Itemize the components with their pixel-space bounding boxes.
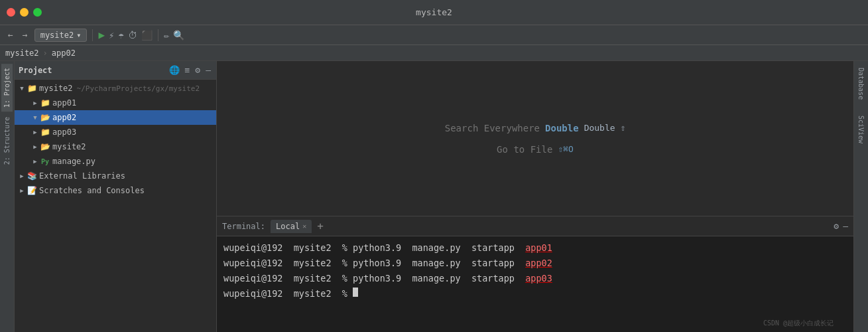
tree-label-scratches: Scratches and Consoles <box>39 186 145 195</box>
term-highlight-2: app02 <box>525 256 552 271</box>
arrow-ext-libs: ▶ <box>17 171 27 181</box>
terminal-tab-close[interactable]: ✕ <box>302 222 306 230</box>
tree-item-app01[interactable]: ▶ 📁 app01 <box>15 96 216 110</box>
tree-path-mysite2: ~/PycharmProjects/gx/mysite2 <box>77 84 200 93</box>
tree-item-app03[interactable]: ▶ 📁 app03 <box>15 125 216 139</box>
tree-item-mysite2-root[interactable]: ▼ 📁 mysite2 ~/PycharmProjects/gx/mysite2 <box>15 81 216 96</box>
sidebar-item-database[interactable]: Database <box>855 64 867 104</box>
terminal-tab-name: Local <box>276 222 300 231</box>
tree-label-app03: app03 <box>52 127 76 137</box>
collapse-icon[interactable]: — <box>204 64 212 76</box>
arrow-app01: ▶ <box>31 98 40 108</box>
terminal-line-3: wupeiqi@192 mysite2 % python3.9 manage.p… <box>223 271 847 286</box>
stop-icon[interactable]: ⬛ <box>141 30 153 41</box>
tree-label-app01: app01 <box>52 98 76 108</box>
terminal-tab-local[interactable]: Local ✕ <box>271 220 312 233</box>
terminal-actions: ⚙ — <box>834 221 848 231</box>
edit-config-icon[interactable]: ✏ <box>164 30 169 41</box>
debug-icon[interactable]: ⚡ <box>109 30 114 41</box>
folder-icon-mysite2-sub: 📂 <box>40 141 50 152</box>
arrow-mysite2-sub: ▶ <box>31 142 40 151</box>
project-name: mysite2 <box>40 31 74 40</box>
separator <box>92 29 93 41</box>
breadcrumb-project[interactable]: mysite2 <box>5 48 39 58</box>
tree-item-app02[interactable]: ▼ 📂 app02 <box>15 110 216 125</box>
ext-lib-icon: 📚 <box>27 171 37 181</box>
hint-search-everywhere: Search Everywhere Double Double ⇧ <box>445 123 626 133</box>
term-cmd-1: python3.9 manage.py startapp <box>353 240 525 256</box>
maximize-button[interactable] <box>33 8 42 17</box>
term-cmd-3: python3.9 manage.py startapp <box>353 271 525 286</box>
tree-label-manage: manage.py <box>52 157 95 166</box>
tree-item-manage-py[interactable]: ▶ Py manage.py <box>15 154 216 169</box>
term-highlight-3: app03 <box>525 271 552 286</box>
terminal-minimize-icon[interactable]: — <box>843 221 848 231</box>
hint-search-action: Double <box>545 123 579 133</box>
term-prompt-2: wupeiqi@192 mysite2 % <box>223 256 353 271</box>
main-area: 1: Project 2: Structure Project 🌐 ≡ ⚙ — … <box>0 61 868 332</box>
toolbar: ← → mysite2 ▾ ▶ ⚡ ☂ ⏱ ⬛ ✏ 🔍 <box>0 25 868 45</box>
layout-icon[interactable]: ≡ <box>184 64 192 76</box>
project-dropdown[interactable]: mysite2 ▾ <box>34 29 88 42</box>
arrow-app03: ▶ <box>31 127 40 137</box>
scratch-icon: 📝 <box>27 185 37 196</box>
sidebar-item-structure[interactable]: 2: Structure <box>1 113 13 169</box>
breadcrumb-sep1: › <box>43 48 48 58</box>
term-prompt-4: wupeiqi@192 mysite2 % <box>223 286 353 301</box>
sidebar-item-sciview[interactable]: SciView <box>855 112 867 147</box>
forward-button[interactable]: → <box>20 29 31 41</box>
tree-label-app02: app02 <box>52 113 76 122</box>
term-highlight-1: app01 <box>525 240 552 256</box>
tree-label-ext-libs: External Libraries <box>39 171 125 181</box>
right-panel: Search Everywhere Double Double ⇧ Go to … <box>217 61 853 332</box>
sidebar-item-project[interactable]: 1: Project <box>1 64 13 112</box>
arrow-app02: ▼ <box>31 113 40 122</box>
hint-goto-key: ⇧⌘O <box>558 144 573 154</box>
profile-icon[interactable]: ⏱ <box>128 30 137 41</box>
term-cmd-2: python3.9 manage.py startapp <box>353 256 525 271</box>
folder-icon-app03: 📁 <box>40 127 50 137</box>
run-button[interactable]: ▶ <box>98 29 105 41</box>
terminal-content: wupeiqi@192 mysite2 % python3.9 manage.p… <box>217 236 853 332</box>
search-everywhere-icon[interactable]: 🔍 <box>173 30 184 41</box>
tree-item-ext-libs[interactable]: ▶ 📚 External Libraries <box>15 169 216 183</box>
tree-item-mysite2-sub[interactable]: ▶ 📂 mysite2 <box>15 139 216 154</box>
separator2 <box>158 29 158 41</box>
right-sidebar-tabs: Database SciView <box>853 61 868 332</box>
back-button[interactable]: ← <box>5 29 16 41</box>
hint-search-label: Search Everywhere <box>445 123 540 133</box>
tree-label-mysite2-sub: mysite2 <box>52 142 86 151</box>
window-controls <box>7 8 42 17</box>
term-prompt-1: wupeiqi@192 mysite2 % <box>223 240 353 256</box>
terminal-area: Terminal: Local ✕ + ⚙ — wupeiqi@192 mysi… <box>217 216 853 332</box>
folder-icon-app01: 📁 <box>40 98 50 108</box>
project-panel-title: Project <box>19 66 165 75</box>
py-file-icon: Py <box>40 156 50 167</box>
close-button[interactable] <box>7 8 15 17</box>
project-header: Project 🌐 ≡ ⚙ — <box>15 61 216 80</box>
globe-icon[interactable]: 🌐 <box>168 64 181 76</box>
terminal-cursor <box>353 288 358 297</box>
term-prompt-3: wupeiqi@192 mysite2 % <box>223 271 353 286</box>
title-bar: mysite2 <box>0 0 868 25</box>
project-panel: Project 🌐 ≡ ⚙ — ▼ 📁 mysite2 ~/PycharmPro… <box>15 61 217 332</box>
settings-icon[interactable]: ⚙ <box>194 64 202 76</box>
tree-item-scratches[interactable]: ▶ 📝 Scratches and Consoles <box>15 183 216 198</box>
tree-label-mysite2: mysite2 <box>39 84 73 93</box>
terminal-line-1: wupeiqi@192 mysite2 % python3.9 manage.p… <box>223 240 847 256</box>
terminal-add-button[interactable]: + <box>317 220 324 232</box>
window-title: mysite2 <box>416 7 452 17</box>
arrow-manage: ▶ <box>31 157 40 166</box>
terminal-tabs: Terminal: Local ✕ + ⚙ — <box>217 216 853 236</box>
coverage-icon[interactable]: ☂ <box>119 30 124 41</box>
hint-goto-label: Go to File <box>497 144 552 155</box>
file-tree: ▼ 📁 mysite2 ~/PycharmProjects/gx/mysite2… <box>15 80 216 332</box>
arrow-mysite2: ▼ <box>17 84 27 93</box>
minimize-button[interactable] <box>20 8 29 17</box>
folder-icon-mysite2: 📁 <box>27 83 37 94</box>
terminal-settings-icon[interactable]: ⚙ <box>834 221 839 231</box>
terminal-line-4: wupeiqi@192 mysite2 % <box>223 286 847 301</box>
breadcrumb: mysite2 › app02 <box>0 45 868 61</box>
terminal-label: Terminal: <box>222 222 265 231</box>
breadcrumb-folder[interactable]: app02 <box>52 48 76 58</box>
